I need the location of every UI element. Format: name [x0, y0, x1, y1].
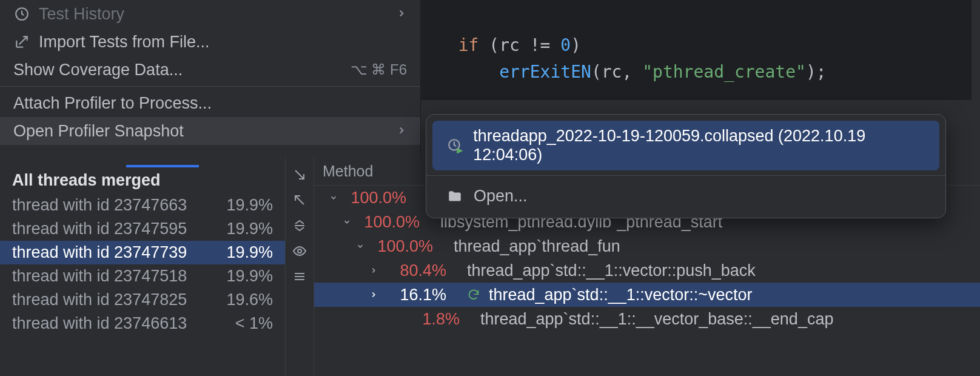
thread-row[interactable]: thread with id 2374782519.6% — [0, 288, 285, 312]
tree-toggle-icon[interactable] — [341, 218, 353, 226]
call-tree-row[interactable]: 100.0%thread_app`thread_fun — [314, 234, 980, 258]
thread-name: thread with id 23746613 — [12, 314, 187, 333]
submenu-item-label: threadapp_2022-10-19-120059.collapsed (2… — [473, 127, 926, 164]
thread-percent: 19.6% — [226, 290, 273, 309]
menu-item-label: Import Tests from File... — [39, 33, 407, 52]
tree-percent: 1.8% — [399, 310, 460, 329]
menu-item-import-tests[interactable]: Import Tests from File... — [0, 28, 420, 56]
open-profiler-snapshot-submenu: threadapp_2022-10-19-120059.collapsed (2… — [426, 114, 946, 218]
menu-item-open-profiler-snapshot[interactable]: Open Profiler Snapshot — [0, 117, 420, 145]
threads-header: All threads merged — [0, 167, 285, 193]
thread-name: thread with id 23747739 — [12, 243, 187, 262]
collapse-all-icon[interactable] — [292, 218, 307, 235]
eye-icon[interactable] — [292, 244, 307, 261]
threads-panel: All threads merged thread with id 237476… — [0, 158, 285, 376]
tree-percent: 100.0% — [372, 237, 433, 256]
menu-item-test-history[interactable]: Test History — [0, 0, 420, 28]
import-icon — [13, 34, 30, 50]
profiler-toolbar — [285, 158, 314, 376]
folder-icon — [446, 189, 464, 204]
chevron-right-icon — [396, 5, 407, 22]
tree-method: thread_app`std::__1::vector::push_back — [467, 261, 756, 280]
menu-separator — [0, 86, 420, 87]
tree-percent: 80.4% — [386, 261, 446, 280]
active-tab-indicator — [126, 165, 199, 167]
thread-row[interactable]: thread with id 2374773919.9% — [0, 241, 285, 264]
list-icon[interactable] — [292, 269, 307, 286]
thread-percent: 19.9% — [226, 243, 273, 262]
menu-item-label: Attach Profiler to Process... — [13, 94, 407, 113]
thread-row[interactable]: thread with id 2374751819.9% — [0, 264, 285, 288]
tree-percent: 16.1% — [386, 286, 446, 304]
thread-row[interactable]: thread with id 23746613< 1% — [0, 312, 285, 335]
thread-row[interactable]: thread with id 2374766319.9% — [0, 193, 285, 217]
tree-method: thread_app`std::__1::vector::~vector — [489, 286, 753, 304]
menu-item-label: Open Profiler Snapshot — [13, 122, 388, 141]
thread-percent: 19.9% — [226, 267, 273, 286]
thread-name: thread with id 23747663 — [12, 196, 187, 215]
profiler-tabs — [0, 158, 285, 167]
editor-scrollbar[interactable] — [972, 0, 980, 157]
collapse-up-left-icon[interactable] — [292, 193, 307, 210]
context-menu: Test History Import Tests from File... S… — [0, 0, 421, 158]
thread-percent: 19.9% — [226, 220, 273, 238]
menu-item-attach-profiler[interactable]: Attach Profiler to Process... — [0, 89, 420, 117]
menu-item-shortcut: ⌥ ⌘ F6 — [351, 61, 407, 78]
tree-toggle-icon[interactable] — [368, 266, 380, 275]
thread-name: thread with id 23747518 — [12, 267, 187, 286]
tree-percent: 100.0% — [359, 213, 420, 232]
tree-method: thread_app`thread_fun — [454, 237, 620, 256]
submenu-item-label: Open... — [474, 187, 528, 206]
tree-toggle-icon[interactable] — [368, 290, 380, 299]
tree-percent: 100.0% — [346, 189, 406, 207]
thread-row[interactable]: thread with id 2374759519.9% — [0, 217, 285, 241]
call-tree-row[interactable]: 80.4%thread_app`std::__1::vector::push_b… — [314, 258, 980, 283]
thread-name: thread with id 23747595 — [12, 220, 187, 238]
chevron-right-icon — [396, 123, 407, 139]
thread-percent: < 1% — [235, 314, 273, 333]
submenu-item-open[interactable]: Open... — [432, 181, 939, 212]
submenu-item-snapshot[interactable]: threadapp_2022-10-19-120059.collapsed (2… — [432, 121, 939, 170]
submenu-separator — [426, 175, 945, 176]
expand-down-right-icon[interactable] — [292, 167, 307, 184]
code-line: errExitEN(rc, "pthread_create"); — [438, 62, 827, 82]
thread-name: thread with id 23747825 — [12, 290, 187, 309]
call-tree-row[interactable]: 16.1%thread_app`std::__1::vector::~vecto… — [314, 283, 980, 307]
menu-item-label: Test History — [39, 5, 388, 24]
call-tree-row[interactable]: 1.8%thread_app`std::__1::__vector_base::… — [314, 307, 980, 331]
tree-method: thread_app`std::__1::__vector_base::__en… — [480, 310, 833, 329]
recursive-icon — [467, 288, 480, 301]
tree-toggle-icon[interactable] — [354, 242, 366, 250]
clock-icon — [13, 6, 30, 22]
tree-toggle-icon[interactable] — [327, 193, 340, 202]
menu-item-show-coverage[interactable]: Show Coverage Data... ⌥ ⌘ F6 — [0, 56, 420, 84]
menu-item-label: Show Coverage Data... — [13, 61, 342, 79]
svg-point-1 — [298, 249, 301, 253]
code-line: if (rc != 0) — [438, 35, 581, 55]
thread-percent: 19.9% — [226, 196, 273, 215]
clock-play-icon — [446, 138, 463, 153]
